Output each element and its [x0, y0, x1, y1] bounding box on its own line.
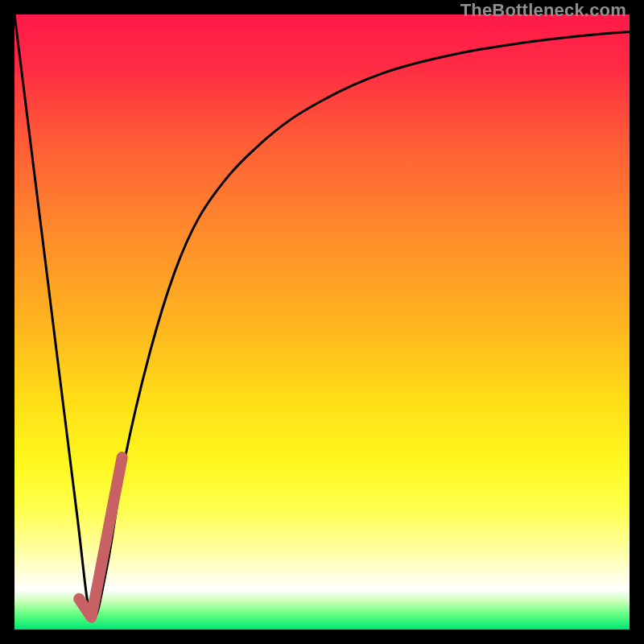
- watermark-text: TheBottleneck.com: [460, 0, 626, 21]
- plot-area: [14, 14, 630, 630]
- chart-frame: TheBottleneck.com: [0, 0, 644, 644]
- plot-svg: [14, 14, 630, 630]
